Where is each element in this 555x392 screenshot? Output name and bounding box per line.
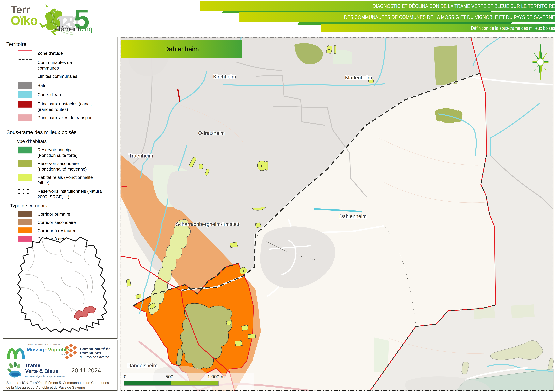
inset-locator-map	[11, 235, 110, 334]
mossig-m-icon	[6, 343, 25, 359]
legend-heading-sous-trame: Sous-trame des milieux boisés	[6, 129, 117, 135]
tvb-subtitle: Mossig et Vignoble - Pays de Saverne	[25, 375, 65, 378]
zone-etude-swatch	[18, 50, 32, 57]
limites-swatch	[18, 73, 32, 80]
sources-text: Sources : IGN, TerrOïko, Elément 5, Comm…	[6, 380, 113, 390]
legend-panel: Territoire Zone d'étude Communautés de c…	[3, 37, 117, 339]
map-label-kirchheim: Kirchheim	[213, 74, 236, 80]
legend-item-obstacles: Principaux obstacles (canal, grandes rou…	[18, 101, 117, 112]
corridor-restaurer-swatch	[18, 228, 32, 233]
legend-item-reservoirs-institutionnels: Reservoirs institutionnels (Natura 2000,…	[18, 188, 117, 200]
map-label-dangolsheim: Dangolsheim	[127, 363, 157, 368]
map-label-odratzheim: Odratzheim	[198, 130, 225, 136]
saverne-line2: du Pays de Saverne	[80, 355, 116, 359]
legend-item-zone-etude: Zone d'étude	[18, 50, 117, 57]
legend-item-corridor-secondaire: Corridor secondaire	[18, 219, 117, 225]
title-bar-1: DIAGNOSTIC ET DÉCLINAISON DE LA TRAME VE…	[200, 1, 555, 11]
mossig-et: et	[44, 348, 47, 352]
title-bar-2: DES COMMUNAUTÉS DE COMMUNES DE LA MOSSIG…	[240, 12, 555, 22]
cours-eau-swatch	[18, 92, 32, 98]
legend-item-habitat-relais: Habitat relais (Fonctionnalité faible)	[18, 174, 117, 186]
mossig-tiny-text: COMMUNAUTÉ DE COMMUNES	[27, 344, 69, 346]
elementcinq-cinq: cinq	[80, 25, 93, 33]
tvb-logo: Trame Verte & Bleue Mossig et Vignoble -…	[6, 362, 76, 378]
map-label-dahlenheim: Dahlenheim	[339, 213, 366, 219]
reservoir-principal-swatch	[18, 147, 32, 153]
header: Terr Oïko 12345 élémentcinq DIAGNOSTIC E…	[0, 0, 555, 37]
map-canvas: Kirchheim Marlenheim Odratzheim Traenhei…	[120, 37, 554, 391]
reservoir-secondaire-swatch	[18, 160, 32, 167]
map-title-text: Dahlenheim	[164, 45, 199, 53]
title-line-1: DIAGNOSTIC ET DÉCLINAISON DE LA TRAME VE…	[372, 3, 555, 9]
legend-item-cours-eau: Cours d'eau	[18, 92, 117, 98]
legend-item-corridor-restaurer: Corridor à restaurer	[18, 228, 117, 234]
tvb-paw-icon	[6, 362, 23, 378]
map-drawing: Kirchheim Marlenheim Odratzheim Traenhei…	[120, 37, 554, 391]
saverne-diamonds-icon	[64, 343, 78, 361]
scale-label-500: 500	[165, 374, 174, 379]
map-label-scharrachbergheim: Scharrachbergheim-Irmstett	[176, 221, 240, 227]
axes-swatch	[18, 114, 32, 121]
mossig-name: Mossig	[27, 347, 44, 352]
elementcinq-logo: 12345 élémentcinq	[53, 3, 93, 36]
reservoirs-institutionnels-swatch	[18, 188, 32, 195]
legend-item-bati: Bâti	[18, 82, 117, 89]
legend-subheading-habitats: Type d'habitats	[15, 139, 117, 144]
legend-item-reservoir-principal: Réservoir principal (Fonctionnalité fort…	[18, 147, 117, 158]
map-title-box: Dahlenheim	[121, 40, 242, 58]
scalebar: 0 500 1 000 m	[121, 373, 254, 390]
habitat-relais-swatch	[18, 174, 32, 181]
legend-item-corridor-primaire: Corridor primaire	[18, 211, 117, 217]
map-label-traenheim: Traenheim	[129, 153, 153, 159]
legend-subheading-corridors: Type de corridors	[10, 203, 117, 208]
mossig-vignoble-logo: COMMUNAUTÉ DE COMMUNES Mossig et Vignobl…	[6, 343, 62, 359]
legend-item-axes: Principaux axes de transport	[18, 114, 117, 121]
legend-heading-territoire: Territoire	[6, 41, 117, 47]
legend-item-reservoir-secondaire: Réservoir secondaire (Fonctionnalité moy…	[18, 160, 117, 172]
tvb-line1: Trame	[25, 363, 65, 368]
bati-swatch	[18, 82, 32, 89]
footer-panel: COMMUNAUTÉ DE COMMUNES Mossig et Vignobl…	[3, 340, 117, 391]
corridor-primaire-swatch	[18, 211, 32, 217]
scale-label-0: 0	[124, 374, 127, 379]
map-label-marlenheim: Marlenheim	[345, 75, 372, 80]
communautes-swatch	[18, 59, 32, 66]
obstacles-swatch	[18, 101, 32, 107]
legend-item-communautes: Communautés de communes	[18, 59, 117, 71]
pays-saverne-logo: Communauté de Communes du Pays de Savern…	[64, 343, 116, 360]
mossig-alsace: Alsace	[27, 353, 69, 356]
tvb-line2: Verte & Bleue	[25, 368, 65, 374]
scale-label-1000: 1 000 m	[207, 374, 225, 379]
elementcinq-word: élément	[55, 25, 80, 33]
title-line-2: DES COMMUNAUTÉS DE COMMUNES DE LA MOSSIG…	[344, 14, 555, 20]
map-date: 20-11-2024	[72, 367, 101, 374]
legend-item-limites: Limites communales	[18, 73, 117, 80]
scalebar-bar	[124, 381, 219, 386]
corridor-secondaire-swatch	[18, 219, 32, 225]
title-line-3: Définition de la sous-trame des milieux …	[471, 25, 555, 31]
title-bar-3: Définition de la sous-trame des milieux …	[321, 24, 555, 32]
reservoir-secondaire-rect	[434, 45, 457, 85]
saverne-line1: Communauté de Communes	[80, 347, 116, 355]
